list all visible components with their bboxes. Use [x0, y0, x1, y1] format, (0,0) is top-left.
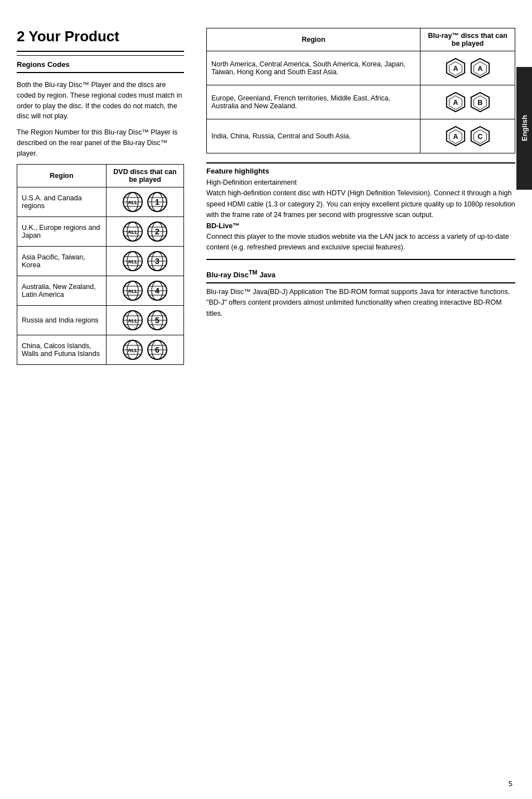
num2-globe-icon: 2 [146, 220, 168, 243]
page-title: 2 Your Product [17, 28, 184, 45]
num6-globe-icon: 6 [146, 339, 168, 361]
bluray-region-cell: India, China, Russia, Central and South … [207, 119, 420, 153]
feature-highlights-section: Feature highlights High-Definition enter… [206, 162, 515, 260]
disc-icons-cell: ALL [106, 276, 183, 306]
disc-icons-cell: ALL [106, 335, 183, 365]
svg-text:3: 3 [155, 257, 159, 266]
intro-paragraph-1: Both the Blu-ray Disc™ Player and the di… [17, 80, 184, 122]
hex-c-icon: C [469, 125, 491, 147]
svg-text:ALL: ALL [128, 259, 138, 264]
bluray-disc-icons-cell: A A [420, 51, 515, 85]
region-cell: Russia and India regions [17, 306, 107, 335]
hex-b-icon: B [469, 91, 491, 113]
svg-text:A: A [453, 99, 458, 107]
disc-icons-cell: ALL [106, 187, 183, 217]
bluray-region-cell: North America, Central America, South Am… [207, 51, 420, 85]
svg-text:A: A [477, 65, 482, 73]
page-number: 5 [509, 779, 512, 788]
all-globe-icon: ALL [122, 220, 144, 243]
feature-highlights-title: Feature highlights [206, 167, 515, 175]
bluray-disc-icons-cell: A B [420, 85, 515, 119]
hex-a-icon: A [444, 57, 467, 79]
table-row: Australia, New Zealand, Latin America [17, 276, 184, 306]
bluray-col-discs: Blu-ray™ discs that can be played [420, 28, 515, 51]
table-row: China, Calcos Islands, Walls and Futuna … [17, 335, 184, 365]
svg-text:A: A [453, 133, 458, 141]
feature-divider-bottom [206, 259, 515, 260]
svg-text:2: 2 [155, 227, 159, 236]
all-globe-icon: ALL [122, 191, 144, 213]
svg-text:ALL: ALL [128, 348, 138, 353]
table-row: U.K., Europe regions and Japan [17, 217, 184, 247]
bluray-java-section: Blu-ray DiscTM Java Blu-ray Disc™ Java(B… [206, 269, 515, 319]
region-cell: U.S.A. and Canada regions [17, 187, 107, 217]
region-cell: China, Calcos Islands, Walls and Futuna … [17, 335, 107, 365]
right-column: Region Blu-ray™ discs that can be played… [201, 28, 515, 771]
bluray-region-cell: Europe, Greenland, French territories, M… [207, 85, 420, 119]
bluray-java-text: Blu-ray Disc™ Java(BD-J) Application The… [206, 287, 515, 319]
bluray-col-region: Region [207, 28, 420, 51]
num3-globe-icon: 3 [146, 250, 168, 272]
svg-text:4: 4 [155, 286, 159, 295]
dvd-col-region: Region [17, 165, 107, 187]
svg-text:A: A [453, 65, 458, 73]
region-cell: Asia Pacific, Taiwan, Korea [17, 247, 107, 276]
hex-a-icon: A [444, 125, 467, 147]
left-column: 2 Your Product Regions Codes Both the Bl… [17, 28, 190, 771]
bluray-table: Region Blu-ray™ discs that can be played… [206, 28, 515, 153]
disc-icons-cell: ALL [106, 217, 183, 247]
table-row: Europe, Greenland, French territories, M… [207, 85, 515, 119]
svg-text:6: 6 [155, 345, 159, 354]
svg-text:C: C [477, 133, 482, 141]
table-row: North America, Central America, South Am… [207, 51, 515, 85]
table-row: Russia and India regions [17, 306, 184, 335]
svg-text:ALL: ALL [128, 229, 138, 235]
divider-top [17, 51, 184, 52]
regions-codes-title: Regions Codes [17, 60, 184, 69]
bdlive-text: Connect this player to the movie studios… [206, 233, 509, 251]
divider-thin [17, 55, 184, 56]
all-globe-icon: ALL [122, 250, 144, 272]
feature-text: High-Definition entertainment Watch high… [206, 177, 515, 253]
svg-text:ALL: ALL [128, 200, 138, 205]
svg-text:B: B [477, 99, 482, 107]
hex-a2-icon: A [469, 57, 491, 79]
dvd-col-discs: DVD discs that can be played [106, 165, 183, 187]
num1-globe-icon: 1 [146, 191, 168, 213]
all-globe-icon: ALL [122, 280, 144, 302]
disc-icons-cell: ALL [106, 306, 183, 335]
java-divider [206, 282, 515, 283]
region-cell: Australia, New Zealand, Latin America [17, 276, 107, 306]
hex-a-icon: A [444, 91, 467, 113]
svg-text:1: 1 [155, 198, 159, 206]
num5-globe-icon: 5 [146, 309, 168, 331]
bdlive-title: BD-Live™ [206, 222, 240, 230]
dvd-table: Region DVD discs that can be played U.S.… [17, 164, 184, 365]
hd-title: High-Definition entertainment [206, 179, 297, 186]
svg-text:ALL: ALL [128, 318, 138, 324]
table-row: U.S.A. and Canada regions [17, 187, 184, 217]
feature-divider-top [206, 162, 515, 163]
sidebar-english-label: English [516, 67, 532, 190]
all-globe-icon: ALL [122, 339, 144, 361]
bluray-java-title: Blu-ray DiscTM Java [206, 269, 515, 279]
svg-text:ALL: ALL [128, 288, 138, 294]
divider-after-title [17, 72, 184, 73]
region-cell: U.K., Europe regions and Japan [17, 217, 107, 247]
num4-globe-icon: 4 [146, 280, 168, 302]
all-globe-icon: ALL [122, 309, 144, 331]
intro-paragraph-2: The Region Number for this Blu-ray Disc™… [17, 127, 184, 158]
hd-text: Watch high-definition content disc with … [206, 189, 515, 219]
bluray-disc-icons-cell: A C [420, 119, 515, 153]
table-row: India, China, Russia, Central and South … [207, 119, 515, 153]
table-row: Asia Pacific, Taiwan, Korea [17, 247, 184, 276]
svg-text:5: 5 [155, 316, 159, 325]
disc-icons-cell: ALL [106, 247, 183, 276]
